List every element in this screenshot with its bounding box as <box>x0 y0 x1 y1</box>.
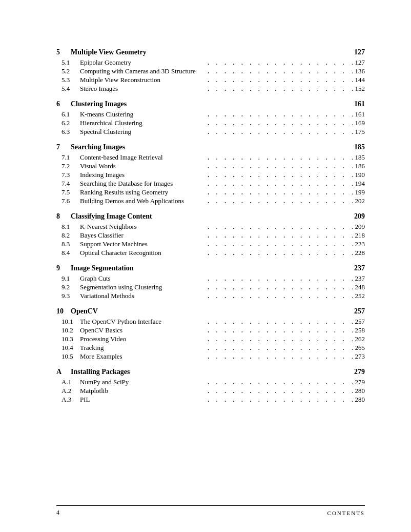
chapter-num: 6 <box>56 100 71 108</box>
section-num: 7.3 <box>61 171 80 179</box>
footer: 4 CONTENTS <box>56 505 365 517</box>
dots: . . . . . . . . . . . . . . . . . . . . … <box>207 344 348 351</box>
section-title: Support Vector Machines <box>80 240 148 248</box>
section-entry: 6.1K-means Clustering . . . . . . . . . … <box>56 110 365 119</box>
section-title: Epipolar Geometry <box>80 58 131 67</box>
section-title: Ranking Results using Geometry <box>80 188 168 196</box>
section-num: 9.3 <box>61 292 80 300</box>
section-entry: 7.2Visual Words . . . . . . . . . . . . … <box>56 162 365 170</box>
dots: . . . . . . . . . . . . . . . . . . . . … <box>207 327 348 334</box>
section-entry: 10.4Tracking . . . . . . . . . . . . . .… <box>56 344 365 352</box>
section-entry: 8.3Support Vector Machines . . . . . . .… <box>56 240 365 248</box>
dots: . . . . . . . . . . . . . . . . . . . . … <box>207 379 348 386</box>
section-page: . 127 <box>350 58 365 67</box>
section-num: 6.3 <box>61 128 80 136</box>
section-page: . 228 <box>350 249 365 257</box>
chapter-title-row: 5Multiple View Geometry127 <box>56 48 365 56</box>
dots: . . . . . . . . . . . . . . . . . . . . … <box>207 353 348 360</box>
chapter-title-row: 8Classifying Image Content209 <box>56 212 365 221</box>
section-page: . 152 <box>350 85 365 93</box>
section-title: Hierarchical Clustering <box>80 119 142 127</box>
section-entry: 7.1Content-based Image Retrieval . . . .… <box>56 153 365 162</box>
dots: . . . . . . . . . . . . . . . . . . . . … <box>207 163 348 170</box>
section-num: 7.4 <box>61 180 80 188</box>
chapter-page: 257 <box>354 307 365 316</box>
dots: . . . . . . . . . . . . . . . . . . . . … <box>207 275 348 282</box>
section-entry: A.1NumPy and SciPy . . . . . . . . . . .… <box>56 378 365 386</box>
section-num: 8.1 <box>61 223 80 231</box>
chapter-page: 209 <box>354 212 365 221</box>
dots: . . . . . . . . . . . . . . . . . . . . … <box>207 232 348 239</box>
chapter-title-row: 9Image Segmentation237 <box>56 264 365 272</box>
section-num: 5.2 <box>61 67 80 75</box>
section-title: Building Demos and Web Applications <box>80 197 184 205</box>
section-title: Variational Methods <box>80 292 134 300</box>
chapter-page: 279 <box>354 368 365 376</box>
footer-page-number: 4 <box>56 509 59 517</box>
chapter-num: A <box>56 368 71 376</box>
section-title: NumPy and SciPy <box>80 378 129 386</box>
section-page: . 209 <box>350 223 365 231</box>
section-title: Matplotlib <box>80 387 108 395</box>
section-num: 8.2 <box>61 231 80 240</box>
section-entry: 8.4Optical Character Recognition . . . .… <box>56 249 365 257</box>
chapter-title: Multiple View Geometry <box>71 48 147 56</box>
section-page: . 136 <box>350 67 365 75</box>
section-entry: 9.3Variational Methods . . . . . . . . .… <box>56 292 365 300</box>
footer-label: CONTENTS <box>327 510 365 516</box>
section-title: Processing Video <box>80 335 126 343</box>
chapter-num: 9 <box>56 264 71 272</box>
section-title: K-means Clustering <box>80 110 133 119</box>
dots: . . . . . . . . . . . . . . . . . . . . … <box>207 154 348 161</box>
section-entry: 8.1K-Nearest Neighbors . . . . . . . . .… <box>56 223 365 231</box>
dots: . . . . . . . . . . . . . . . . . . . . … <box>207 387 348 395</box>
section-title: Searching the Database for Images <box>80 180 173 188</box>
chapter-num: 5 <box>56 48 71 56</box>
dots: . . . . . . . . . . . . . . . . . . . . … <box>207 111 348 118</box>
section-page: . 218 <box>350 231 365 240</box>
section-entry: 9.1Graph Cuts . . . . . . . . . . . . . … <box>56 274 365 283</box>
section-title: Optical Character Recognition <box>80 249 161 257</box>
section-page: . 161 <box>350 110 365 119</box>
dots: . . . . . . . . . . . . . . . . . . . . … <box>207 223 348 230</box>
section-num: 9.2 <box>61 283 80 291</box>
section-title: Bayes Classifier <box>80 231 124 240</box>
section-page: . 279 <box>350 378 365 386</box>
chapter-block: 9Image Segmentation2379.1Graph Cuts . . … <box>56 264 365 300</box>
chapter-page: 237 <box>354 264 365 272</box>
section-entry: 6.2Hierarchical Clustering . . . . . . .… <box>56 119 365 127</box>
chapter-title: Image Segmentation <box>71 264 134 272</box>
dots: . . . . . . . . . . . . . . . . . . . . … <box>207 318 348 325</box>
section-num: 10.2 <box>61 326 80 334</box>
section-page: . 169 <box>350 119 365 127</box>
chapter-block: 6Clustering Images1616.1K-means Clusteri… <box>56 100 365 136</box>
section-entry: 9.2Segmentation using Clustering . . . .… <box>56 283 365 291</box>
section-title: More Examples <box>80 352 122 361</box>
section-page: . 280 <box>350 387 365 395</box>
section-entry: A.2Matplotlib . . . . . . . . . . . . . … <box>56 387 365 395</box>
section-num: 5.1 <box>61 58 80 67</box>
chapter-num: 10 <box>56 307 71 316</box>
dots: . . . . . . . . . . . . . . . . . . . . … <box>207 59 348 66</box>
section-entry: 6.3Spectral Clustering . . . . . . . . .… <box>56 128 365 136</box>
chapter-title: Clustering Images <box>71 100 127 108</box>
section-num: 5.4 <box>61 85 80 93</box>
section-num: 6.2 <box>61 119 80 127</box>
dots: . . . . . . . . . . . . . . . . . . . . … <box>207 336 348 343</box>
chapter-block: 5Multiple View Geometry1275.1Epipolar Ge… <box>56 48 365 93</box>
section-entry: 10.5More Examples . . . . . . . . . . . … <box>56 352 365 361</box>
dots: . . . . . . . . . . . . . . . . . . . . … <box>207 241 348 248</box>
section-page: . 186 <box>350 162 365 170</box>
dots: . . . . . . . . . . . . . . . . . . . . … <box>207 180 348 187</box>
chapter-block: 7Searching Images1857.1Content-based Ima… <box>56 143 365 205</box>
section-page: . 194 <box>350 180 365 188</box>
dots: . . . . . . . . . . . . . . . . . . . . … <box>207 189 348 196</box>
section-title: Segmentation using Clustering <box>80 283 162 291</box>
dots: . . . . . . . . . . . . . . . . . . . . … <box>207 68 348 75</box>
section-entry: 8.2Bayes Classifier . . . . . . . . . . … <box>56 231 365 240</box>
section-title: Tracking <box>80 344 104 352</box>
section-page: . 185 <box>350 153 365 162</box>
section-title: Spectral Clustering <box>80 128 131 136</box>
section-page: . 262 <box>350 335 365 343</box>
chapter-page: 161 <box>354 100 365 108</box>
